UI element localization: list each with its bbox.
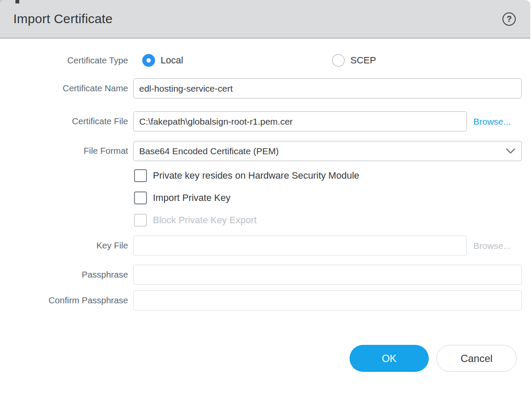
passphrase-label: Passphrase <box>0 269 128 280</box>
certificate-type-row: Certificate Type Local SCEP <box>0 54 530 67</box>
passphrase-field <box>133 265 522 285</box>
certificate-file-input[interactable] <box>133 111 467 132</box>
radio-scep-label: SCEP <box>350 55 376 66</box>
radio-local-label: Local <box>161 55 183 66</box>
dialog-header: Import Certificate ? <box>0 0 530 39</box>
passphrase-row: Passphrase <box>0 265 530 285</box>
certificate-type-field: Local SCEP <box>133 54 522 67</box>
key-file-browse-link: Browse... <box>473 241 511 251</box>
file-format-field: Base64 Encoded Certificate (PEM) <box>133 141 522 161</box>
dialog-footer: OK Cancel <box>0 345 530 372</box>
checkbox-disabled-icon <box>134 214 147 227</box>
certificate-name-row: Certificate Name <box>0 78 530 99</box>
confirm-passphrase-input <box>133 290 522 311</box>
radio-selected-icon[interactable] <box>142 54 155 67</box>
passphrase-input <box>133 265 522 285</box>
radio-local[interactable]: Local <box>142 54 183 67</box>
file-format-label: File Format <box>0 146 128 156</box>
certificate-file-row: Certificate File Browse... <box>0 111 530 132</box>
checkbox-import-private-key-label: Import Private Key <box>153 192 230 203</box>
key-file-row: Key File Browse... <box>0 236 530 256</box>
checkbox-block-private-key-export-label: Block Private Key Export <box>153 215 257 226</box>
confirm-passphrase-label: Confirm Passphrase <box>0 295 128 306</box>
checkbox-hsm[interactable]: Private key resides on Hardware Security… <box>134 169 530 182</box>
dialog-title: Import Certificate <box>13 12 113 26</box>
checkbox-hsm-label: Private key resides on Hardware Security… <box>153 170 359 181</box>
checkbox-unchecked-icon[interactable] <box>134 192 147 204</box>
help-icon[interactable]: ? <box>502 12 516 26</box>
dialog-body: Certificate Type Local SCEP Certificate … <box>0 39 530 372</box>
cancel-button[interactable]: Cancel <box>436 345 517 372</box>
checkbox-import-private-key[interactable]: Import Private Key <box>134 191 530 204</box>
checkbox-group: Private key resides on Hardware Security… <box>134 169 530 227</box>
certificate-name-field <box>133 78 522 99</box>
file-format-selected-value: Base64 Encoded Certificate (PEM) <box>139 146 279 156</box>
confirm-passphrase-row: Confirm Passphrase <box>0 290 530 311</box>
ok-button[interactable]: OK <box>350 345 429 372</box>
import-certificate-dialog: Import Certificate ? Certificate Type Lo… <box>0 0 530 395</box>
certificate-file-label: Certificate File <box>0 116 128 127</box>
checkbox-block-private-key-export: Block Private Key Export <box>134 213 530 227</box>
radio-scep[interactable]: SCEP <box>332 54 376 67</box>
certificate-file-browse-link[interactable]: Browse... <box>473 117 511 127</box>
key-file-input <box>133 236 467 256</box>
certificate-name-input[interactable] <box>133 78 522 99</box>
confirm-passphrase-field <box>133 290 522 311</box>
chevron-down-icon <box>505 147 516 155</box>
key-file-label: Key File <box>0 240 128 251</box>
key-file-field: Browse... <box>133 236 522 256</box>
file-format-row: File Format Base64 Encoded Certificate (… <box>0 141 530 161</box>
radio-unselected-icon[interactable] <box>332 54 345 67</box>
certificate-name-label: Certificate Name <box>0 83 128 94</box>
file-format-select[interactable]: Base64 Encoded Certificate (PEM) <box>133 141 522 161</box>
certificate-file-field: Browse... <box>133 111 522 132</box>
certificate-type-label: Certificate Type <box>0 55 128 66</box>
cursor-artifact <box>15 0 19 3</box>
checkbox-unchecked-icon[interactable] <box>134 169 147 182</box>
